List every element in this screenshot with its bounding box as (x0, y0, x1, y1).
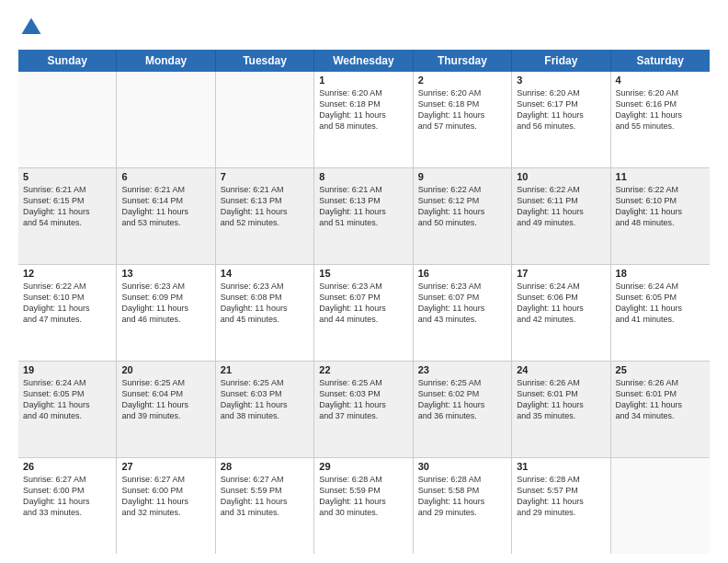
day-number: 31 (517, 461, 605, 472)
day-number: 26 (23, 461, 111, 472)
calendar-cell: 21Sunrise: 6:25 AMSunset: 6:03 PMDayligh… (216, 362, 314, 457)
calendar-cell: 11Sunrise: 6:22 AMSunset: 6:10 PMDayligh… (611, 168, 710, 264)
calendar-cell: 5Sunrise: 6:21 AMSunset: 6:15 PMDaylight… (18, 168, 117, 264)
cell-info: Sunrise: 6:20 AMSunset: 6:16 PMDaylight:… (616, 87, 705, 132)
day-number: 25 (616, 364, 705, 375)
header-day-thursday: Thursday (414, 50, 512, 72)
day-number: 6 (121, 171, 210, 182)
day-number: 21 (221, 364, 309, 375)
calendar-cell: 14Sunrise: 6:23 AMSunset: 6:08 PMDayligh… (216, 265, 314, 361)
day-number: 8 (319, 171, 407, 182)
cell-info: Sunrise: 6:24 AMSunset: 6:06 PMDaylight:… (517, 281, 605, 326)
cell-info: Sunrise: 6:20 AMSunset: 6:18 PMDaylight:… (319, 87, 407, 132)
cell-info: Sunrise: 6:23 AMSunset: 6:09 PMDaylight:… (121, 281, 210, 326)
header-day-wednesday: Wednesday (314, 50, 413, 72)
header-day-monday: Monday (117, 50, 215, 72)
cell-info: Sunrise: 6:23 AMSunset: 6:07 PMDaylight:… (319, 281, 407, 326)
cell-info: Sunrise: 6:21 AMSunset: 6:13 PMDaylight:… (319, 184, 407, 229)
calendar-cell: 31Sunrise: 6:28 AMSunset: 5:57 PMDayligh… (512, 458, 610, 554)
day-number: 9 (418, 171, 506, 182)
day-number: 17 (517, 268, 605, 279)
cell-info: Sunrise: 6:27 AMSunset: 6:00 PMDaylight:… (23, 474, 111, 519)
calendar-week-3: 12Sunrise: 6:22 AMSunset: 6:10 PMDayligh… (18, 265, 710, 362)
calendar-week-4: 19Sunrise: 6:24 AMSunset: 6:05 PMDayligh… (18, 362, 710, 458)
calendar-cell: 4Sunrise: 6:20 AMSunset: 6:16 PMDaylight… (611, 72, 710, 167)
calendar-cell: 20Sunrise: 6:25 AMSunset: 6:04 PMDayligh… (117, 362, 215, 457)
day-number: 5 (23, 171, 111, 182)
header-day-sunday: Sunday (18, 50, 117, 72)
cell-info: Sunrise: 6:22 AMSunset: 6:12 PMDaylight:… (418, 184, 506, 229)
cell-info: Sunrise: 6:24 AMSunset: 6:05 PMDaylight:… (23, 377, 111, 422)
calendar-cell (611, 458, 710, 554)
cell-info: Sunrise: 6:25 AMSunset: 6:02 PMDaylight:… (418, 377, 506, 422)
calendar-cell (18, 72, 117, 167)
cell-info: Sunrise: 6:28 AMSunset: 5:58 PMDaylight:… (418, 474, 506, 519)
day-number: 18 (616, 268, 705, 279)
cell-info: Sunrise: 6:26 AMSunset: 6:01 PMDaylight:… (616, 377, 705, 422)
calendar-cell: 8Sunrise: 6:21 AMSunset: 6:13 PMDaylight… (314, 168, 413, 264)
day-number: 12 (23, 268, 111, 279)
day-number: 23 (418, 364, 506, 375)
header (18, 15, 710, 40)
cell-info: Sunrise: 6:21 AMSunset: 6:14 PMDaylight:… (121, 184, 210, 229)
calendar-cell: 22Sunrise: 6:25 AMSunset: 6:03 PMDayligh… (314, 362, 413, 457)
cell-info: Sunrise: 6:26 AMSunset: 6:01 PMDaylight:… (517, 377, 605, 422)
day-number: 19 (23, 364, 111, 375)
cell-info: Sunrise: 6:28 AMSunset: 5:59 PMDaylight:… (319, 474, 407, 519)
calendar-cell: 24Sunrise: 6:26 AMSunset: 6:01 PMDayligh… (512, 362, 610, 457)
header-day-saturday: Saturday (611, 50, 710, 72)
cell-info: Sunrise: 6:23 AMSunset: 6:08 PMDaylight:… (221, 281, 309, 326)
calendar-cell: 16Sunrise: 6:23 AMSunset: 6:07 PMDayligh… (414, 265, 512, 361)
day-number: 11 (616, 171, 705, 182)
day-number: 13 (121, 268, 210, 279)
cell-info: Sunrise: 6:25 AMSunset: 6:03 PMDaylight:… (221, 377, 309, 422)
cell-info: Sunrise: 6:27 AMSunset: 5:59 PMDaylight:… (221, 474, 309, 519)
day-number: 1 (319, 75, 407, 86)
day-number: 24 (517, 364, 605, 375)
calendar-cell: 30Sunrise: 6:28 AMSunset: 5:58 PMDayligh… (414, 458, 512, 554)
header-day-friday: Friday (512, 50, 610, 72)
cell-info: Sunrise: 6:20 AMSunset: 6:18 PMDaylight:… (418, 87, 506, 132)
header-day-tuesday: Tuesday (216, 50, 314, 72)
calendar-body: 1Sunrise: 6:20 AMSunset: 6:18 PMDaylight… (18, 72, 710, 554)
cell-info: Sunrise: 6:21 AMSunset: 6:15 PMDaylight:… (23, 184, 111, 229)
cell-info: Sunrise: 6:23 AMSunset: 6:07 PMDaylight:… (418, 281, 506, 326)
cell-info: Sunrise: 6:22 AMSunset: 6:11 PMDaylight:… (517, 184, 605, 229)
calendar-cell (117, 72, 215, 167)
calendar-week-5: 26Sunrise: 6:27 AMSunset: 6:00 PMDayligh… (18, 458, 710, 554)
calendar-cell: 25Sunrise: 6:26 AMSunset: 6:01 PMDayligh… (611, 362, 710, 457)
calendar-week-1: 1Sunrise: 6:20 AMSunset: 6:18 PMDaylight… (18, 72, 710, 168)
cell-info: Sunrise: 6:22 AMSunset: 6:10 PMDaylight:… (23, 281, 111, 326)
calendar-cell: 10Sunrise: 6:22 AMSunset: 6:11 PMDayligh… (512, 168, 610, 264)
cell-info: Sunrise: 6:21 AMSunset: 6:13 PMDaylight:… (221, 184, 309, 229)
calendar-cell: 27Sunrise: 6:27 AMSunset: 6:00 PMDayligh… (117, 458, 215, 554)
logo (18, 15, 48, 40)
day-number: 3 (517, 75, 605, 86)
calendar-week-2: 5Sunrise: 6:21 AMSunset: 6:15 PMDaylight… (18, 168, 710, 265)
calendar-cell: 13Sunrise: 6:23 AMSunset: 6:09 PMDayligh… (117, 265, 215, 361)
calendar-cell: 29Sunrise: 6:28 AMSunset: 5:59 PMDayligh… (314, 458, 413, 554)
calendar-header: SundayMondayTuesdayWednesdayThursdayFrid… (18, 50, 710, 72)
calendar-cell (216, 72, 314, 167)
cell-info: Sunrise: 6:28 AMSunset: 5:57 PMDaylight:… (517, 474, 605, 519)
calendar-cell: 26Sunrise: 6:27 AMSunset: 6:00 PMDayligh… (18, 458, 117, 554)
day-number: 7 (221, 171, 309, 182)
calendar-cell: 18Sunrise: 6:24 AMSunset: 6:05 PMDayligh… (611, 265, 710, 361)
cell-info: Sunrise: 6:25 AMSunset: 6:03 PMDaylight:… (319, 377, 407, 422)
calendar-cell: 2Sunrise: 6:20 AMSunset: 6:18 PMDaylight… (414, 72, 512, 167)
day-number: 27 (121, 461, 210, 472)
day-number: 15 (319, 268, 407, 279)
cell-info: Sunrise: 6:20 AMSunset: 6:17 PMDaylight:… (517, 87, 605, 132)
day-number: 2 (418, 75, 506, 86)
cell-info: Sunrise: 6:27 AMSunset: 6:00 PMDaylight:… (121, 474, 210, 519)
logo-icon (18, 15, 44, 40)
day-number: 22 (319, 364, 407, 375)
day-number: 20 (121, 364, 210, 375)
calendar-cell: 23Sunrise: 6:25 AMSunset: 6:02 PMDayligh… (414, 362, 512, 457)
calendar-cell: 15Sunrise: 6:23 AMSunset: 6:07 PMDayligh… (314, 265, 413, 361)
calendar-cell: 7Sunrise: 6:21 AMSunset: 6:13 PMDaylight… (216, 168, 314, 264)
day-number: 16 (418, 268, 506, 279)
calendar-cell: 1Sunrise: 6:20 AMSunset: 6:18 PMDaylight… (314, 72, 413, 167)
calendar: SundayMondayTuesdayWednesdayThursdayFrid… (18, 50, 710, 554)
day-number: 14 (221, 268, 309, 279)
